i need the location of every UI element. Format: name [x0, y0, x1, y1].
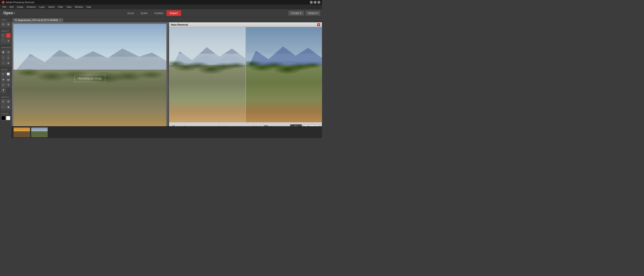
title-bar: Adobe Photoshop Elements – □ ✕ [0, 0, 322, 4]
haze-dialog-title: Haze Removal ✕ [169, 22, 322, 27]
mode-guided[interactable]: Guided [151, 10, 166, 16]
recompose-tool[interactable]: ⊞ [6, 99, 11, 104]
eyedropper-tool[interactable]: ⬡ [1, 82, 6, 88]
dodge-tool[interactable]: ○ [1, 60, 6, 66]
menu-enhance[interactable]: Enhance [25, 5, 37, 8]
create-button[interactable]: Create ▾ [288, 11, 304, 16]
menu-layer[interactable]: Layer [38, 5, 47, 8]
draw-tools-row3: ⬡ ✦ [1, 82, 11, 88]
straighten-tool[interactable]: ↔ [1, 104, 6, 110]
menu-help[interactable]: Help [85, 5, 93, 8]
eraser-tool[interactable]: ⬜ [6, 72, 11, 76]
move-tool[interactable]: ✢ [1, 22, 6, 27]
background-swatch[interactable] [6, 116, 10, 120]
menu-view[interactable]: View [65, 5, 73, 8]
preview-after-veg [246, 58, 322, 122]
tab-close-button[interactable]: ✕ [59, 19, 61, 22]
window-controls[interactable]: – □ ✕ [310, 1, 320, 4]
open-button[interactable]: Open ▾ [2, 10, 16, 16]
paint-bucket-tool[interactable]: ◈ [1, 77, 6, 82]
haze-dialog-title-text: Haze Removal [171, 23, 188, 26]
thumbnail-1[interactable] [14, 127, 30, 137]
enhance-section-label: ENHANCE [1, 46, 11, 49]
haze-dialog: Haze Removal ✕ [169, 22, 322, 126]
haze-reduction-label: Haze Reduction: [178, 126, 194, 126]
view-tools: ✢ ⊕ [1, 22, 11, 27]
move-select-tool[interactable]: ↖ [1, 33, 6, 38]
mode-expert[interactable]: Expert [166, 10, 181, 16]
color-swatches [1, 116, 11, 120]
custom-shape-tool[interactable]: ✦ [6, 82, 11, 88]
app-icon [2, 1, 4, 4]
toggle-knob [261, 126, 264, 126]
ok-button[interactable]: OK [290, 124, 302, 126]
enhance-tools-row3: ○ ◈ [1, 60, 11, 66]
smudge-tool[interactable]: ≈ [1, 55, 6, 60]
select-tools-row2: ⌒ ✦ [1, 38, 11, 44]
sharpen-tool[interactable]: △ [6, 55, 11, 60]
close-button[interactable]: ✕ [318, 1, 320, 4]
menu-select[interactable]: Select [46, 5, 56, 8]
before-label: Before [253, 126, 260, 126]
preview-before [169, 27, 246, 122]
toolbar: Open ▾ eLive Quick Guided Expert Create … [0, 9, 322, 17]
eye-tool[interactable]: ◉ [1, 50, 6, 54]
modify-tools-row1: ⊡ ⊞ [1, 99, 11, 104]
help-icon[interactable]: ? [172, 125, 175, 126]
blur-tool[interactable]: ◎ [6, 50, 11, 54]
before-after-toggle: Before After [253, 125, 275, 126]
menu-edit[interactable]: Edit [8, 5, 15, 8]
mode-quick[interactable]: Quick [137, 10, 151, 16]
brush-tool[interactable]: ✏ [1, 72, 6, 76]
foreground-swatch[interactable] [1, 116, 6, 120]
menu-file[interactable]: File [1, 5, 8, 8]
gradient-tool[interactable]: ▬ [6, 77, 11, 82]
crop-tool[interactable]: ⊡ [1, 99, 6, 104]
select-tools-row1: ↖ ▭ [1, 33, 11, 38]
main-layout: VIEW ✢ ⊕ SELECT ↖ ▭ ⌒ ✦ ENHANCE ◉ ◎ ≈ △ … [0, 17, 322, 138]
share-button[interactable]: Share ▾ [306, 11, 320, 16]
menu-image[interactable]: Image [15, 5, 25, 8]
canvas-area: PI_BaganAerials_1797.rw2 @ 28.7% (RGB/8)… [12, 17, 322, 138]
before-after-switch[interactable] [261, 125, 268, 126]
zoom-tool[interactable]: ⊕ [6, 22, 11, 27]
tab-bar: PI_BaganAerials_1797.rw2 @ 28.7% (RGB/8)… [12, 17, 322, 22]
document-tab[interactable]: PI_BaganAerials_1797.rw2 @ 28.7% (RGB/8)… [12, 18, 63, 22]
menu-bar: File Edit Image Enhance Layer Select Fil… [0, 4, 322, 9]
red-eye-tool[interactable]: ◉ [6, 104, 11, 110]
marquee-tool[interactable]: ▭ [6, 33, 11, 38]
lasso-tool[interactable]: ⌒ [1, 38, 6, 44]
main-canvas: Rectangular Snap [14, 24, 166, 126]
modify-section-label: MODIFY [1, 95, 11, 98]
bagan-image: Rectangular Snap [14, 24, 166, 126]
select-section-label: SELECT [1, 29, 11, 32]
modify-tools-row2: ↔ ◉ [1, 104, 11, 110]
title-text: Adobe Photoshop Elements [6, 1, 34, 4]
preview-separator [246, 27, 246, 122]
enhance-tools-row2: ≈ △ [1, 55, 11, 60]
mode-elive[interactable]: eLive [124, 10, 137, 16]
draw-section-label: DRAW [1, 68, 11, 71]
sponge-tool[interactable]: ◈ [6, 60, 11, 66]
preview-before-veg [169, 58, 246, 122]
canvas-wrapper[interactable]: Rectangular Snap Haze Removal ✕ [12, 22, 322, 126]
after-label: After [270, 126, 274, 126]
left-toolbar: VIEW ✢ ⊕ SELECT ↖ ▭ ⌒ ✦ ENHANCE ◉ ◎ ≈ △ … [0, 17, 12, 138]
menu-window[interactable]: Window [73, 5, 85, 8]
minimize-button[interactable]: – [310, 1, 313, 4]
haze-dialog-close-button[interactable]: ✕ [317, 23, 320, 26]
title-bar-left: Adobe Photoshop Elements [2, 1, 34, 4]
toolbar-right: Create ▾ Share ▾ [288, 11, 320, 16]
open-arrow-icon: ▾ [14, 12, 15, 14]
haze-controls: ? Haze Reduction: Sensitivity: Before [169, 122, 322, 126]
maximize-button[interactable]: □ [314, 1, 316, 4]
cancel-button[interactable]: Cancel [304, 124, 319, 126]
magic-wand-tool[interactable]: ✦ [6, 38, 11, 44]
thumb2-ground [31, 131, 48, 137]
menu-filter[interactable]: Filter [56, 5, 65, 8]
haze-preview [169, 27, 322, 122]
vegetation-layer [14, 62, 166, 126]
type-tool[interactable]: T [1, 88, 6, 93]
enhance-tools-row1: ◉ ◎ [1, 50, 11, 54]
thumbnail-2[interactable] [31, 127, 48, 137]
